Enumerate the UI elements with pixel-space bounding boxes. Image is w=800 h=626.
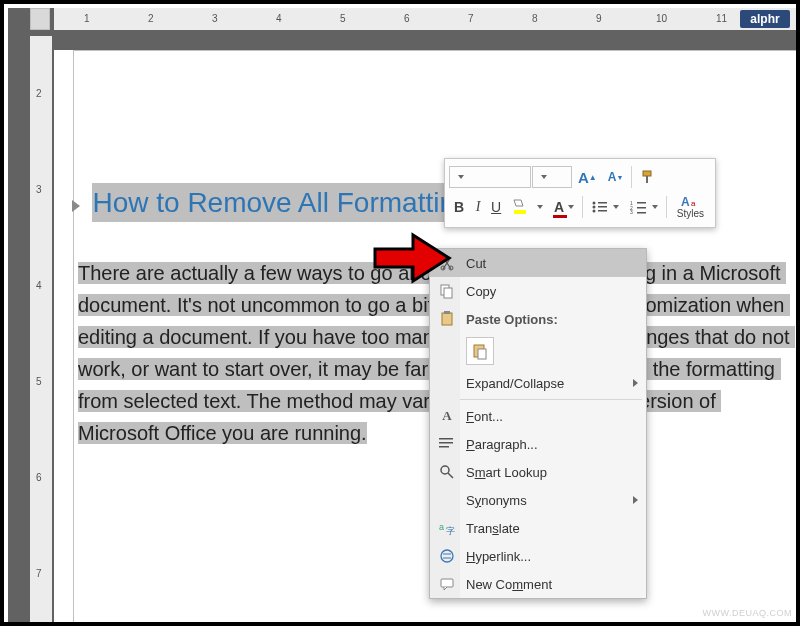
ctx-paste-options-label: Paste Options: bbox=[466, 312, 638, 327]
ctx-expand-collapse[interactable]: Expand/Collapse bbox=[430, 369, 646, 397]
font-color-button[interactable]: A bbox=[549, 194, 579, 220]
highlight-button[interactable] bbox=[506, 194, 548, 220]
ctx-smart-lookup[interactable]: Smart Lookup bbox=[430, 458, 646, 486]
ctx-synonyms[interactable]: Synonyms bbox=[430, 486, 646, 514]
alphr-logo: alphr bbox=[740, 10, 790, 28]
vruler-tick: 3 bbox=[36, 184, 42, 195]
svg-rect-2 bbox=[514, 210, 526, 214]
font-letter-icon: A bbox=[436, 408, 458, 424]
svg-line-29 bbox=[448, 473, 453, 478]
translate-icon: a字 bbox=[436, 520, 458, 536]
vruler-tick: 4 bbox=[36, 280, 42, 291]
svg-point-28 bbox=[441, 466, 449, 474]
svg-rect-12 bbox=[637, 207, 646, 209]
styles-icon: Aa bbox=[681, 196, 699, 208]
svg-rect-8 bbox=[598, 210, 607, 212]
comment-icon bbox=[436, 576, 458, 592]
svg-rect-14 bbox=[637, 212, 646, 214]
hruler-tick: 2 bbox=[148, 13, 154, 24]
hruler-tick: 9 bbox=[596, 13, 602, 24]
ctx-expand-collapse-label: Expand/Collapse bbox=[466, 376, 625, 391]
hruler-tick: 3 bbox=[212, 13, 218, 24]
bullets-button[interactable] bbox=[586, 194, 624, 220]
horizontal-ruler[interactable]: 1 2 3 4 5 6 7 8 9 10 11 12 bbox=[54, 8, 796, 30]
svg-rect-1 bbox=[646, 176, 648, 183]
vruler-tick: 6 bbox=[36, 472, 42, 483]
italic-button[interactable]: I bbox=[470, 194, 486, 220]
highlight-icon bbox=[511, 198, 533, 216]
font-name-combo[interactable] bbox=[449, 166, 531, 188]
paragraph-icon bbox=[436, 437, 458, 451]
shrink-font-button[interactable]: A▼ bbox=[603, 164, 629, 190]
hruler-tick: 1 bbox=[84, 13, 90, 24]
watermark: WWW.DEUAQ.COM bbox=[703, 608, 793, 618]
ctx-cut[interactable]: Cut bbox=[430, 249, 646, 277]
submenu-arrow-icon bbox=[633, 379, 638, 387]
ctx-font[interactable]: A Font... bbox=[430, 402, 646, 430]
mini-toolbar: A▲ A▼ B I U A 123 bbox=[444, 158, 716, 228]
ctx-smart-lookup-label: Smart Lookup bbox=[466, 465, 638, 480]
bullets-icon bbox=[591, 200, 609, 214]
copy-icon bbox=[436, 283, 458, 299]
ctx-hyperlink[interactable]: Hyperlink... bbox=[430, 542, 646, 570]
svg-point-3 bbox=[593, 202, 596, 205]
paste-keep-source-button[interactable] bbox=[466, 337, 494, 365]
hruler-tick: 7 bbox=[468, 13, 474, 24]
bold-button[interactable]: B bbox=[449, 194, 469, 220]
ctx-paragraph[interactable]: Paragraph... bbox=[430, 430, 646, 458]
hruler-tick: 10 bbox=[656, 13, 667, 24]
collapse-triangle-icon[interactable] bbox=[72, 200, 80, 212]
svg-rect-20 bbox=[444, 288, 452, 298]
svg-rect-22 bbox=[444, 311, 450, 314]
svg-rect-21 bbox=[442, 313, 452, 325]
tutorial-arrow-icon bbox=[373, 231, 453, 285]
styles-button[interactable]: Aa Styles bbox=[670, 192, 711, 222]
vruler-tick: 7 bbox=[36, 568, 42, 579]
vruler-tick: 2 bbox=[36, 88, 42, 99]
svg-text:3: 3 bbox=[630, 209, 633, 214]
ctx-cut-label: Cut bbox=[466, 256, 638, 271]
ctx-hyperlink-label: Hyperlink... bbox=[466, 549, 638, 564]
svg-point-5 bbox=[593, 206, 596, 209]
ctx-new-comment[interactable]: New Comment bbox=[430, 570, 646, 598]
svg-rect-10 bbox=[637, 202, 646, 204]
search-icon bbox=[436, 464, 458, 480]
page-gap bbox=[54, 30, 796, 50]
svg-rect-0 bbox=[643, 171, 651, 176]
hruler-tick: 11 bbox=[716, 13, 727, 24]
numbering-button[interactable]: 123 bbox=[625, 194, 663, 220]
svg-rect-6 bbox=[598, 206, 607, 208]
ctx-translate[interactable]: a字 Translate bbox=[430, 514, 646, 542]
ctx-paragraph-label: Paragraph... bbox=[466, 437, 638, 452]
ctx-paste-options-row bbox=[430, 333, 646, 369]
svg-point-7 bbox=[593, 210, 596, 213]
submenu-arrow-icon bbox=[633, 496, 638, 504]
ruler-corner[interactable] bbox=[30, 8, 50, 30]
vruler-tick: 5 bbox=[36, 376, 42, 387]
context-menu: Cut Copy Paste Options: Expand/Collapse bbox=[429, 248, 647, 599]
clipboard-paste-icon bbox=[471, 342, 489, 360]
hruler-tick: 6 bbox=[404, 13, 410, 24]
svg-text:字: 字 bbox=[446, 526, 455, 536]
svg-rect-24 bbox=[478, 349, 486, 359]
hruler-tick: 5 bbox=[340, 13, 346, 24]
svg-rect-4 bbox=[598, 202, 607, 204]
underline-button[interactable]: U bbox=[487, 194, 505, 220]
ctx-copy[interactable]: Copy bbox=[430, 277, 646, 305]
numbering-icon: 123 bbox=[630, 200, 648, 214]
font-size-combo[interactable] bbox=[532, 166, 572, 188]
svg-rect-26 bbox=[439, 442, 453, 444]
svg-rect-25 bbox=[439, 438, 453, 440]
app-window: 2 3 4 5 6 7 1 2 3 4 5 6 7 8 9 10 11 12 a… bbox=[0, 0, 800, 626]
hruler-tick: 4 bbox=[276, 13, 282, 24]
ctx-font-label: Font... bbox=[466, 409, 638, 424]
ctx-new-comment-label: New Comment bbox=[466, 577, 638, 592]
grow-font-button[interactable]: A▲ bbox=[573, 164, 602, 190]
ctx-synonyms-label: Synonyms bbox=[466, 493, 625, 508]
vertical-ruler[interactable]: 2 3 4 5 6 7 bbox=[30, 36, 52, 622]
svg-point-32 bbox=[441, 550, 453, 562]
svg-rect-27 bbox=[439, 446, 449, 448]
paintbrush-icon bbox=[640, 169, 656, 185]
ctx-paste-options-header: Paste Options: bbox=[430, 305, 646, 333]
format-painter-button[interactable] bbox=[635, 164, 661, 190]
